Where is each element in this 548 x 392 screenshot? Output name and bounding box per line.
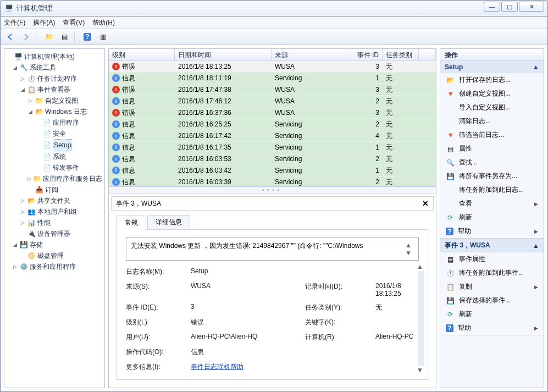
col-datetime[interactable]: 日期和时间	[175, 49, 272, 60]
action-clear-log[interactable]: 清除日志...	[440, 114, 544, 128]
event-row[interactable]: i信息2016/1/8 16:03:53Servicing2无	[109, 153, 436, 165]
event-grid-body[interactable]: !错误2016/1/8 18:13:25WUSA3无i信息2016/1/8 18…	[109, 61, 436, 186]
action-attach-task-to-event[interactable]: ⏱️将任务附加到此事件...	[440, 266, 544, 280]
minimize-button[interactable]: —	[484, 2, 500, 12]
action-refresh-2[interactable]: ⟳刷新	[440, 307, 544, 321]
refresh-icon: ⟳	[446, 310, 455, 319]
action-save-selected-events[interactable]: 💾保存选择的事件...	[440, 294, 544, 307]
action-save-all-events[interactable]: 💾将所有事件另存为...	[440, 169, 544, 183]
collapse-icon: ▲	[533, 242, 539, 250]
tree-log-security[interactable]: 📄安全	[34, 128, 103, 139]
menu-file[interactable]: 文件(F)	[4, 18, 25, 27]
event-row[interactable]: i信息2016/1/8 16:17:42Servicing4无	[109, 130, 436, 142]
detail-scrollbar[interactable]: ▲▼	[417, 263, 425, 374]
event-row[interactable]: !错误2016/1/8 16:37:36WUSA3无	[109, 107, 436, 119]
tree-custom-views[interactable]: ▷📁自定义视图	[26, 95, 103, 106]
actions-section-event[interactable]: 事件 3，WUSA▲	[440, 239, 544, 252]
tab-details[interactable]: 详细信息	[147, 215, 190, 229]
info-icon: i	[112, 120, 120, 128]
tree-log-forwarded[interactable]: 📄转发事件	[34, 162, 103, 173]
tree-local-users[interactable]: ▷👥本地用户和组	[19, 206, 103, 217]
tab-general[interactable]: 常规	[117, 216, 146, 230]
event-row[interactable]: i信息2016/1/8 16:17:35Servicing1无	[109, 142, 436, 153]
action-create-custom-view[interactable]: 🔻创建自定义视图...	[440, 87, 544, 101]
tree-log-setup[interactable]: 📄Setup	[34, 139, 103, 151]
detail-close-button[interactable]: ✕	[422, 199, 429, 208]
app-icon: 🖥️	[5, 4, 13, 12]
action-help-2[interactable]: ?帮助	[440, 321, 544, 335]
col-level[interactable]: 级别	[109, 49, 175, 60]
col-source[interactable]: 来源	[272, 49, 346, 60]
detail-tabs: 常规 详细信息	[117, 215, 428, 230]
event-props-icon: ▤	[446, 255, 455, 264]
tree-shared-folders[interactable]: ▷📂共享文件夹	[19, 195, 103, 206]
action-refresh[interactable]: ⟳刷新	[440, 211, 544, 224]
event-row[interactable]: !错误2016/1/8 18:13:25WUSA3无	[109, 61, 436, 73]
tree-app-service-logs[interactable]: ▷📁应用程序和服务日志	[26, 173, 103, 184]
show-hide-tree-button[interactable]: 📁	[42, 31, 56, 43]
tree-windows-logs[interactable]: ◢📂Windows 日志	[26, 106, 103, 117]
col-eventid[interactable]: 事件 ID	[346, 49, 383, 60]
task-icon: ⏱️	[446, 269, 455, 278]
window-title: 计算机管理	[16, 3, 52, 13]
tree-log-application[interactable]: 📄应用程序	[34, 117, 103, 128]
action-help[interactable]: ?帮助	[440, 224, 544, 238]
tree-disk-management[interactable]: 📀磁盘管理	[19, 250, 103, 261]
action-pane-button[interactable]: ▥	[96, 31, 109, 43]
actions-section-log[interactable]: Setup▲	[440, 61, 544, 73]
event-row[interactable]: i信息2016/1/8 17:46:12WUSA2无	[109, 96, 436, 107]
action-copy[interactable]: 📋复制	[440, 280, 544, 294]
action-attach-task-to-log[interactable]: 将任务附加到此日志...	[440, 183, 544, 197]
tree-root[interactable]: 🖥️计算机管理(本地)	[5, 51, 103, 62]
window-titlebar: 🖥️ 计算机管理 — ▢ ✕	[0, 0, 548, 16]
event-message: 无法安装 Windows 更新 ，因为发生错误: 2149842967 "" (…	[131, 241, 405, 251]
tree-task-scheduler[interactable]: ▷⏱️任务计划程序	[19, 73, 103, 84]
col-category[interactable]: 任务类别	[383, 49, 419, 60]
action-properties[interactable]: ▤属性	[440, 142, 544, 156]
save-icon: 💾	[446, 296, 455, 305]
tree-log-system[interactable]: 📄系统	[34, 151, 103, 162]
help-icon: ?	[446, 324, 453, 332]
properties-button[interactable]: ▤	[58, 31, 71, 43]
event-row[interactable]: i信息2016/1/8 16:03:39Servicing2无	[109, 176, 436, 186]
close-button[interactable]: ✕	[519, 2, 544, 12]
copy-icon: 📋	[446, 283, 455, 291]
help-button[interactable]: ?	[81, 31, 94, 43]
view-icon	[446, 200, 455, 208]
tree-device-manager[interactable]: 🔌设备管理器	[19, 228, 103, 239]
info-icon: i	[112, 178, 120, 186]
menu-action[interactable]: 操作(A)	[33, 18, 55, 27]
menu-help[interactable]: 帮助(H)	[92, 18, 115, 27]
back-button[interactable]	[4, 31, 17, 43]
event-row[interactable]: i信息2016/1/8 16:25:25Servicing2无	[109, 119, 436, 130]
forward-button[interactable]	[19, 31, 32, 43]
horizontal-splitter[interactable]: ••••	[109, 186, 436, 194]
tree-services-apps[interactable]: ▷⚙️服务和应用程序	[11, 261, 103, 272]
info-icon: i	[112, 143, 120, 151]
message-scrollbar[interactable]: ▲▼	[405, 241, 414, 257]
menu-view[interactable]: 查看(V)	[63, 18, 85, 27]
maximize-button[interactable]: ▢	[501, 2, 518, 12]
action-find[interactable]: 🔍查找...	[440, 156, 544, 169]
navigation-tree[interactable]: 🖥️计算机管理(本地) ◢🔧系统工具 ▷⏱️任务计划程序 ◢📋事件查看器 ▷📁自…	[4, 48, 105, 388]
import-icon	[446, 103, 455, 112]
info-icon: i	[112, 155, 120, 163]
info-icon: i	[112, 132, 120, 140]
properties-icon: ▤	[446, 145, 455, 153]
action-open-saved-log[interactable]: 📂打开保存的日志...	[440, 73, 544, 87]
event-log-online-help-link[interactable]: 事件日志联机帮助	[191, 363, 243, 371]
refresh-icon: ⟳	[446, 213, 455, 222]
event-row[interactable]: !错误2016/1/8 17:47:38WUSA3无	[109, 84, 436, 96]
tree-subscriptions[interactable]: 📥订阅	[26, 184, 103, 195]
folder-open-icon: 📂	[446, 76, 455, 85]
tree-event-viewer[interactable]: ◢📋事件查看器	[19, 84, 103, 95]
action-import-custom-view[interactable]: 导入自定义视图...	[440, 101, 544, 114]
event-row[interactable]: i信息2016/1/8 18:11:19Servicing1无	[109, 73, 436, 84]
tree-system-tools[interactable]: ◢🔧系统工具	[11, 62, 103, 73]
event-row[interactable]: i信息2016/1/8 16:03:42Servicing1无	[109, 165, 436, 176]
action-event-properties[interactable]: ▤事件属性	[440, 252, 544, 266]
action-view[interactable]: 查看	[440, 197, 544, 211]
action-filter-current-log[interactable]: 🔻筛选当前日志...	[440, 128, 544, 142]
tree-performance[interactable]: ▷📊性能	[19, 217, 103, 228]
tree-storage[interactable]: ◢💾存储	[11, 239, 103, 250]
